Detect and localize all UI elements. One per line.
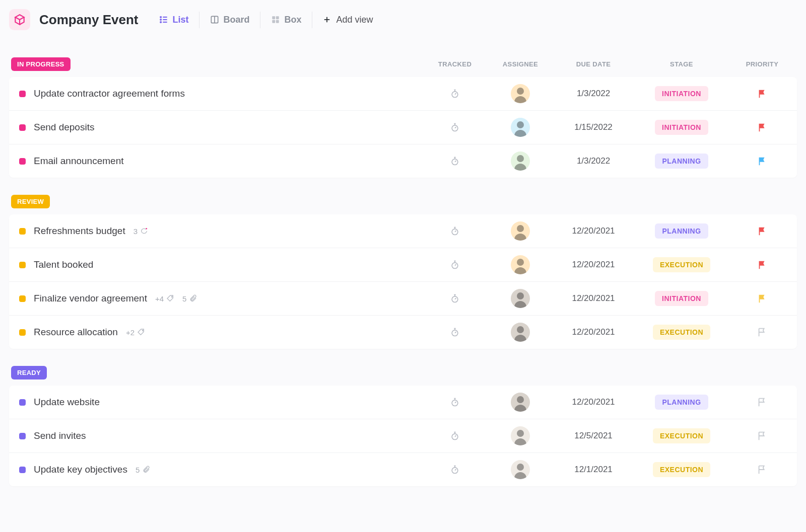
col-head-assignee[interactable]: ASSIGNEE — [488, 60, 553, 68]
due-date[interactable]: 12/20/2021 — [553, 226, 634, 236]
assignee-avatar[interactable] — [511, 323, 530, 342]
tab-list[interactable]: List — [159, 12, 199, 28]
status-dot[interactable] — [19, 399, 26, 406]
board-icon — [210, 15, 220, 25]
priority-flag-icon[interactable] — [757, 259, 768, 270]
comments-count[interactable]: 3 — [133, 227, 148, 236]
tags-count[interactable]: +4 — [155, 294, 174, 303]
stage-pill[interactable]: PLANNING — [655, 395, 708, 410]
task-row[interactable]: Send deposits 1/15/2022INITIATION — [9, 110, 797, 144]
stopwatch-icon[interactable] — [450, 89, 460, 99]
stopwatch-icon[interactable] — [450, 260, 460, 270]
assignee-cell — [488, 118, 553, 137]
stage-pill[interactable]: EXECUTION — [653, 325, 710, 340]
stopwatch-icon[interactable] — [450, 156, 460, 166]
tab-box-label: Box — [285, 15, 302, 25]
due-date[interactable]: 12/20/2021 — [553, 260, 634, 270]
tab-box[interactable]: Box — [260, 12, 312, 28]
assignee-avatar[interactable] — [511, 84, 530, 103]
stage-pill[interactable]: PLANNING — [655, 223, 708, 239]
stage-pill[interactable]: EXECUTION — [653, 462, 710, 477]
col-head-stage[interactable]: STAGE — [634, 60, 729, 68]
stopwatch-icon[interactable] — [450, 226, 460, 236]
tracked-cell — [422, 156, 488, 166]
tracked-cell — [422, 327, 488, 337]
status-dot[interactable] — [19, 91, 26, 97]
stopwatch-icon[interactable] — [450, 327, 460, 337]
task-row[interactable]: Email announcement 1/3/2022PLANNING — [9, 144, 797, 178]
assignee-avatar[interactable] — [511, 151, 530, 171]
assignee-avatar[interactable] — [511, 289, 530, 308]
task-name: Update website — [34, 397, 100, 408]
assignee-avatar[interactable] — [511, 426, 530, 445]
status-dot[interactable] — [19, 295, 26, 302]
priority-flag-icon[interactable] — [757, 327, 768, 338]
priority-flag-icon[interactable] — [757, 225, 768, 237]
task-row[interactable]: Update website 12/20/2021PLANNING — [9, 386, 797, 419]
attachments-count[interactable]: 5 — [136, 466, 150, 474]
col-head-priority[interactable]: PRIORITY — [729, 60, 795, 68]
col-head-tracked[interactable]: TRACKED — [422, 60, 488, 68]
assignee-avatar[interactable] — [511, 460, 530, 479]
stopwatch-icon[interactable] — [450, 122, 460, 132]
task-row[interactable]: Update contractor agreement forms 1/3/20… — [9, 77, 797, 110]
tab-board[interactable]: Board — [199, 12, 260, 28]
task-row[interactable]: Refreshments budget3 12/20/2021PLANNING — [9, 214, 797, 248]
stopwatch-icon[interactable] — [450, 431, 460, 441]
due-date[interactable]: 1/15/2022 — [553, 122, 634, 132]
priority-flag-icon[interactable] — [757, 88, 768, 99]
assignee-avatar[interactable] — [511, 118, 530, 137]
task-row[interactable]: Send invites 12/5/2021EXECUTION — [9, 419, 797, 452]
priority-flag-icon[interactable] — [757, 156, 768, 167]
priority-flag-icon[interactable] — [757, 122, 768, 133]
status-dot[interactable] — [19, 467, 26, 473]
stopwatch-icon[interactable] — [450, 465, 460, 475]
space-title[interactable]: Company Event — [39, 12, 139, 28]
status-dot[interactable] — [19, 433, 26, 439]
task-row[interactable]: Talent booked 12/20/2021EXECUTION — [9, 248, 797, 281]
due-date[interactable]: 12/5/2021 — [553, 431, 634, 441]
priority-flag-icon[interactable] — [757, 293, 768, 304]
status-pill[interactable]: IN PROGRESS — [11, 57, 71, 71]
stage-pill[interactable]: EXECUTION — [653, 428, 710, 443]
assignee-cell — [488, 151, 553, 171]
status-dot[interactable] — [19, 329, 26, 336]
svg-point-0 — [160, 17, 161, 18]
assignee-avatar[interactable] — [511, 255, 530, 274]
status-dot[interactable] — [19, 228, 26, 235]
status-dot[interactable] — [19, 262, 26, 268]
priority-flag-icon[interactable] — [757, 464, 768, 475]
task-name-cell: Refreshments budget3 — [19, 225, 422, 237]
due-date[interactable]: 12/20/2021 — [553, 397, 634, 407]
due-date[interactable]: 12/20/2021 — [553, 327, 634, 337]
status-dot[interactable] — [19, 158, 26, 165]
stage-pill[interactable]: EXECUTION — [653, 257, 710, 272]
stage-pill[interactable]: INITIATION — [655, 291, 708, 306]
svg-point-4 — [160, 22, 161, 23]
stopwatch-icon[interactable] — [450, 397, 460, 407]
due-date[interactable]: 12/1/2021 — [553, 465, 634, 475]
status-pill[interactable]: REVIEW — [11, 195, 50, 208]
stage-pill[interactable]: PLANNING — [655, 154, 708, 169]
due-date[interactable]: 1/3/2022 — [553, 89, 634, 99]
svg-point-17 — [146, 228, 147, 230]
status-dot[interactable] — [19, 124, 26, 131]
col-head-due_date[interactable]: DUE DATE — [553, 60, 634, 68]
task-row[interactable]: Resource allocation+2 12/20/2021EXECUTIO… — [9, 315, 797, 349]
due-date[interactable]: 12/20/2021 — [553, 293, 634, 303]
task-row[interactable]: Update key objectives5 12/1/2021EXECUTIO… — [9, 452, 797, 486]
stopwatch-icon[interactable] — [450, 293, 460, 303]
due-date[interactable]: 1/3/2022 — [553, 156, 634, 166]
tags-count[interactable]: +2 — [126, 328, 145, 337]
assignee-avatar[interactable] — [511, 393, 530, 412]
stage-pill[interactable]: INITIATION — [655, 120, 708, 135]
priority-cell — [729, 293, 795, 304]
priority-flag-icon[interactable] — [757, 430, 768, 441]
assignee-avatar[interactable] — [511, 221, 530, 241]
add-view-button[interactable]: Add view — [312, 12, 383, 28]
task-row[interactable]: Finalize vendor agreement+45 12/20/2021I… — [9, 281, 797, 315]
attachments-count[interactable]: 5 — [182, 294, 197, 303]
status-pill[interactable]: READY — [11, 366, 47, 379]
stage-pill[interactable]: INITIATION — [655, 86, 708, 101]
priority-flag-icon[interactable] — [757, 397, 768, 408]
